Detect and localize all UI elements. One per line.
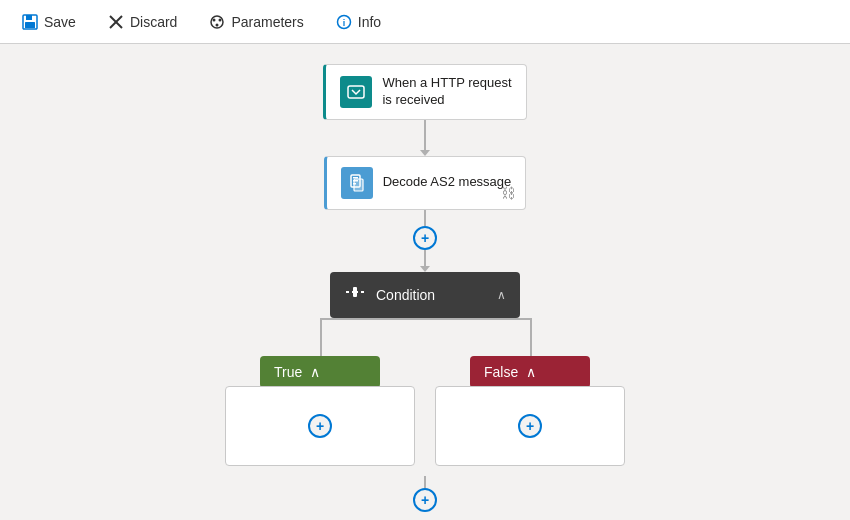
decode-node[interactable]: Decode AS2 message ⛓ [324, 156, 527, 210]
svg-rect-21 [358, 289, 361, 296]
close-icon [108, 14, 124, 30]
svg-rect-1 [26, 15, 32, 20]
parameters-label: Parameters [231, 14, 303, 30]
add-button-1[interactable]: + [413, 226, 437, 250]
http-node-icon [340, 76, 372, 108]
canvas: When a HTTP requestis received Decode AS… [0, 44, 850, 520]
false-chevron: ∧ [526, 364, 536, 380]
svg-point-6 [213, 18, 216, 21]
connector-1 [424, 120, 426, 150]
svg-text:i: i [342, 18, 345, 28]
save-label: Save [44, 14, 76, 30]
decode-node-label: Decode AS2 message [383, 174, 512, 191]
svg-rect-2 [25, 22, 35, 28]
arrow-1 [420, 150, 430, 156]
svg-rect-16 [354, 179, 363, 191]
true-branch-content: + [225, 386, 415, 466]
http-node-label: When a HTTP requestis received [382, 75, 511, 109]
condition-label: Condition [376, 287, 487, 303]
branch-horizontal-line [320, 318, 530, 320]
svg-rect-11 [348, 86, 364, 98]
chain-icon: ⛓ [501, 185, 515, 201]
branch-lines [215, 318, 635, 356]
add-button-false[interactable]: + [518, 414, 542, 438]
svg-rect-20 [349, 289, 352, 296]
decode-node-icon [341, 167, 373, 199]
connector-bottom [424, 476, 426, 488]
svg-point-8 [216, 23, 219, 26]
info-button[interactable]: i Info [330, 10, 387, 34]
branch-section: True ∧ + False ∧ + [215, 318, 635, 466]
arrow-2 [420, 266, 430, 272]
svg-point-7 [219, 18, 222, 21]
svg-rect-13 [353, 177, 358, 179]
connector-2 [424, 210, 426, 226]
branch-left-vertical [320, 318, 322, 356]
add-button-bottom[interactable]: + [413, 488, 437, 512]
parameters-icon [209, 14, 225, 30]
condition-icon [344, 282, 366, 308]
false-branch-content: + [435, 386, 625, 466]
discard-label: Discard [130, 14, 177, 30]
false-branch-header[interactable]: False ∧ [470, 356, 590, 388]
discard-button[interactable]: Discard [102, 10, 183, 34]
http-request-node[interactable]: When a HTTP requestis received [323, 64, 526, 120]
svg-rect-19 [353, 287, 357, 297]
save-button[interactable]: Save [16, 10, 82, 34]
toolbar: Save Discard Parameters i [0, 0, 850, 44]
flow-container: When a HTTP requestis received Decode AS… [215, 64, 635, 512]
connector-3 [424, 250, 426, 266]
false-branch-label: False [484, 364, 518, 380]
info-icon: i [336, 14, 352, 30]
true-branch-label: True [274, 364, 302, 380]
parameters-button[interactable]: Parameters [203, 10, 309, 34]
branches-container: True ∧ + False ∧ + [225, 356, 625, 466]
branch-right-vertical [530, 318, 532, 356]
save-icon [22, 14, 38, 30]
condition-chevron: ∧ [497, 288, 506, 302]
true-branch-header[interactable]: True ∧ [260, 356, 380, 388]
false-branch: False ∧ + [435, 356, 625, 466]
true-chevron: ∧ [310, 364, 320, 380]
add-button-true[interactable]: + [308, 414, 332, 438]
true-branch: True ∧ + [225, 356, 415, 466]
condition-node[interactable]: Condition ∧ [330, 272, 520, 318]
info-label: Info [358, 14, 381, 30]
